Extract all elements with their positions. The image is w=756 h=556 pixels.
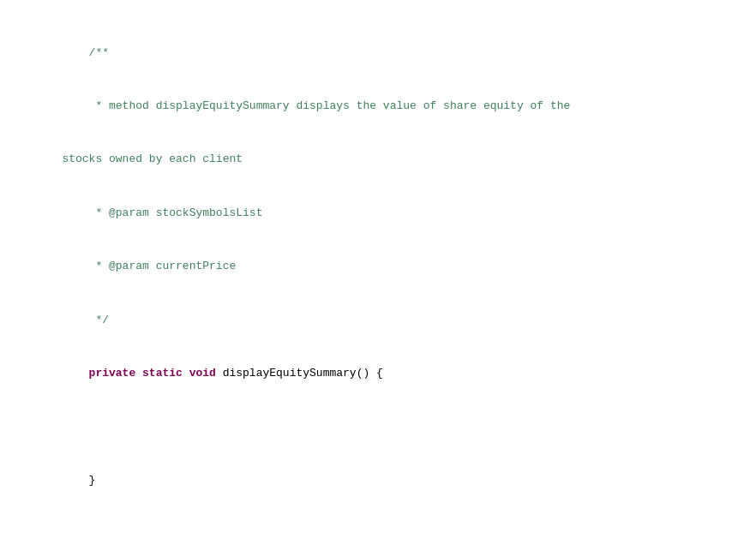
code-line: }: [0, 472, 756, 490]
code-line: /**: [0, 45, 756, 63]
code-line: * method displayEquitySummary displays t…: [0, 98, 756, 116]
code-line: [0, 418, 756, 436]
code-line: * @param currentPrice: [0, 258, 756, 276]
code-line: [0, 525, 756, 543]
code-line: stocks owned by each client: [0, 151, 756, 169]
code-line: * @param stockSymbolsList: [0, 205, 756, 223]
code-editor: /** * method displayEquitySummary displa…: [0, 0, 756, 556]
code-line: */: [0, 312, 756, 330]
code-line: private static void displayEquitySummary…: [0, 365, 756, 383]
